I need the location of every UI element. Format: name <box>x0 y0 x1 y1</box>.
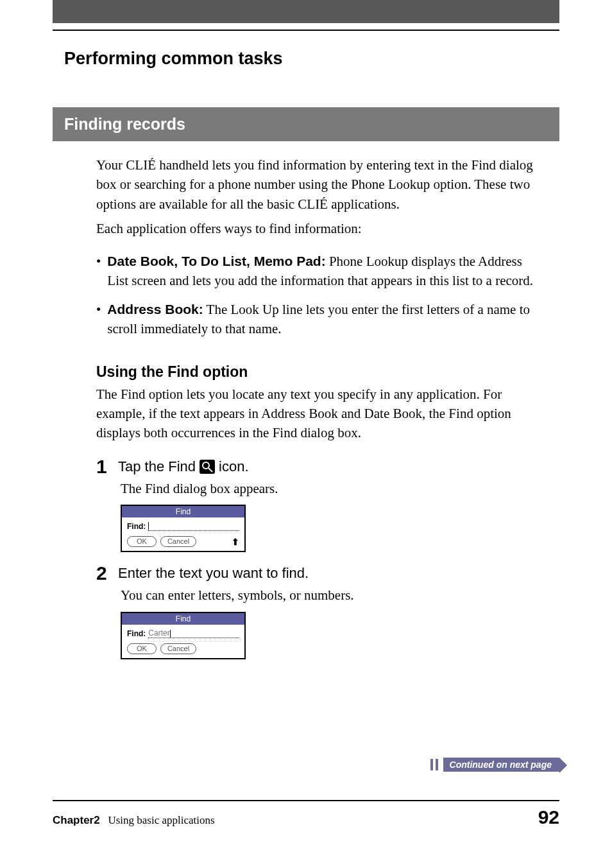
bullet-list: • Date Book, To Do List, Memo Pad: Phone… <box>96 252 540 339</box>
continued-banner: Continued on next page <box>430 758 559 772</box>
footer-rule <box>53 800 559 801</box>
find-icon <box>200 460 215 474</box>
step-row: 1 Tap the Find icon. <box>96 457 612 476</box>
breadcrumb: Performing common tasks <box>64 49 612 69</box>
intro-paragraph-1: Your CLIÉ handheld lets you find informa… <box>96 155 540 214</box>
step-after-text: The Find dialog box appears. <box>121 479 540 498</box>
bullet-item: • Date Book, To Do List, Memo Pad: Phone… <box>96 252 540 291</box>
find-input[interactable] <box>148 521 239 530</box>
up-arrow-icon[interactable]: ⬆ <box>232 537 239 547</box>
step-pre: Enter the text you want to find. <box>118 565 309 582</box>
dialog-title: Find <box>122 506 244 517</box>
step-number: 1 <box>96 457 110 476</box>
page-number: 92 <box>538 806 559 828</box>
footer: Chapter2 Using basic applications 92 <box>53 806 559 828</box>
step-text: Tap the Find icon. <box>118 458 249 475</box>
page: Performing common tasks Finding records … <box>0 0 612 868</box>
svg-point-0 <box>203 462 209 469</box>
find-input-value[interactable]: Carter <box>148 629 169 638</box>
step-post: icon. <box>219 458 248 475</box>
continued-bars-icon <box>430 759 438 770</box>
bullet-bold: Date Book, To Do List, Memo Pad: <box>107 254 325 268</box>
cancel-button[interactable]: Cancel <box>160 643 196 654</box>
header-color-bar <box>53 0 559 23</box>
intro-paragraph-2: Each application offers ways to find inf… <box>96 219 540 238</box>
step-text: Enter the text you want to find. <box>118 565 309 582</box>
find-label: Find: <box>127 522 146 531</box>
bullet-dot: • <box>96 252 101 291</box>
continued-label: Continued on next page <box>443 758 559 772</box>
footer-left: Chapter2 Using basic applications <box>53 814 215 827</box>
ok-button[interactable]: OK <box>127 643 157 654</box>
cancel-button[interactable]: Cancel <box>160 536 196 547</box>
subintro-paragraph: The Find option lets you locate any text… <box>96 385 540 443</box>
section-title-bar: Finding records <box>53 107 559 141</box>
subheading: Using the Find option <box>96 363 612 381</box>
step-number: 2 <box>96 564 110 583</box>
header-rule <box>53 30 559 31</box>
ok-button[interactable]: OK <box>127 536 157 547</box>
bullet-dot: • <box>96 300 101 339</box>
bullet-bold: Address Book: <box>107 302 203 317</box>
step-after-text: You can enter letters, symbols, or numbe… <box>121 586 540 605</box>
svg-line-1 <box>208 468 212 472</box>
chapter-label: Chapter2 <box>53 814 100 826</box>
step-row: 2 Enter the text you want to find. <box>96 564 612 583</box>
chapter-title: Using basic applications <box>108 814 214 826</box>
find-dialog: Find Find: Carter OK Cancel <box>121 612 246 659</box>
find-label: Find: <box>127 629 146 638</box>
find-dialog: Find Find: OK Cancel ⬆ <box>121 505 246 552</box>
dialog-title: Find <box>122 613 244 625</box>
step-pre: Tap the Find <box>118 458 196 475</box>
bullet-item: • Address Book: The Look Up line lets yo… <box>96 300 540 339</box>
